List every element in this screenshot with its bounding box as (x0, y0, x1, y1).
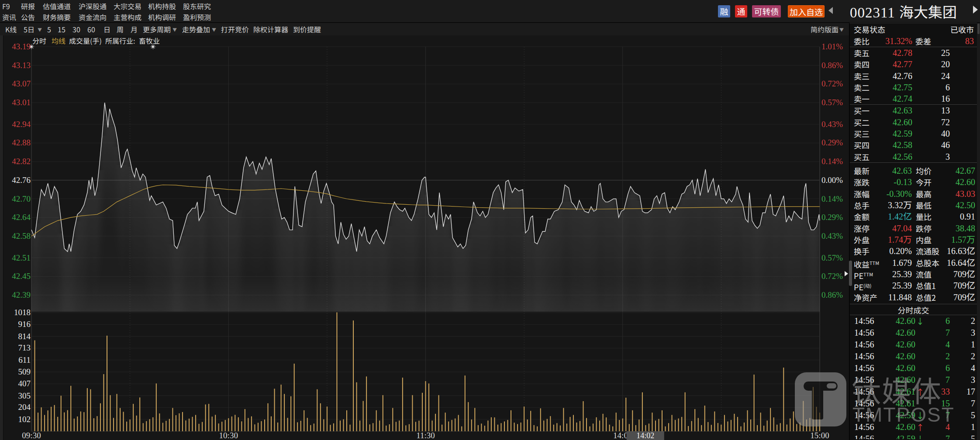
panel-splitter-handle[interactable] (849, 261, 852, 286)
trade-row[interactable]: 14:56 42.59 ↓ 7 5 (850, 409, 977, 421)
book-price: 42.56 (875, 151, 912, 162)
legend-volume[interactable]: 成交量(手) (69, 35, 102, 46)
trade-price: 42.60 (889, 327, 915, 339)
intraday-chart[interactable]: 43.191.01%43.130.86%43.070.72%43.010.57%… (0, 23, 849, 440)
next-stock-icon[interactable] (973, 6, 978, 14)
buy-row-5[interactable]: 买五 42.56 3 (850, 151, 977, 162)
prev-stock-icon[interactable] (828, 7, 833, 14)
book-price: 42.77 (875, 58, 912, 70)
percent-axis-label: 0.86% (821, 290, 843, 299)
buy-row-2[interactable]: 买二 42.60 72 (850, 117, 977, 128)
legend-fenshi[interactable]: 分时 (32, 35, 46, 46)
menu-item-2-6[interactable]: 盈利预测 (183, 12, 211, 22)
panel-scrollbar[interactable] (977, 23, 980, 440)
menu-item-2[interactable]: 沪深股通 (79, 1, 107, 11)
convertible-bond-badge[interactable]: 可转债 (752, 5, 781, 17)
menu-item-2-5[interactable]: 机构调研 (148, 12, 176, 22)
price-axis-label: 42.39 (12, 290, 31, 299)
trade-time: 14:56 (854, 339, 874, 351)
trade-count: 1 (944, 339, 975, 351)
book-level-label: 卖二 (854, 82, 870, 93)
scrollbar-thumb[interactable] (977, 24, 980, 34)
panel-expand-icon[interactable] (845, 271, 848, 276)
buy-row-1[interactable]: 买一 42.63 13 (850, 105, 977, 116)
percent-axis-label: 0.29% (821, 138, 843, 147)
menu-item-2-0[interactable]: 资讯 (2, 12, 16, 22)
sell-row-1[interactable]: 卖五 42.78 25 (850, 47, 977, 58)
legend-junxian[interactable]: 均线 (52, 35, 66, 46)
menu-item-2-2[interactable]: 财务摘要 (43, 12, 71, 22)
sell-row-4[interactable]: 卖二 42.75 6 (850, 82, 977, 93)
trade-time: 14:56 (854, 327, 874, 339)
stat-label: PE(动) (854, 280, 871, 292)
trade-row[interactable]: 14:56 42.60 2 2 (850, 351, 977, 362)
book-level-label: 买五 (854, 151, 870, 162)
price-axis-label: 42.88 (12, 138, 31, 147)
trade-count: 2 (944, 351, 975, 362)
stat-label: 跌停 (916, 223, 932, 234)
menu-item-f9[interactable]: F9 (2, 1, 10, 11)
trade-row[interactable]: 14:56 42.60 7 3 (850, 374, 977, 386)
trade-row[interactable]: 14:56 42.59 ↓ 7 5 (850, 433, 977, 439)
menu-item-4[interactable]: 机构持股 (148, 1, 176, 11)
book-volume: 24 (915, 70, 950, 82)
left-splitter-strip[interactable] (0, 35, 3, 440)
trade-price: 42.60 (889, 315, 915, 327)
book-volume: 13 (915, 105, 950, 116)
stat-label: 最低 (916, 199, 932, 211)
menu-item-5[interactable]: 股东研究 (183, 1, 211, 11)
price-axis-label: 42.94 (12, 120, 31, 129)
trade-row[interactable]: 14:56 42.60 ↑ 4 1 (850, 421, 977, 433)
stat-row: 涨幅 -0.30% 最高 43.03 (850, 188, 977, 199)
trade-count: 5 (944, 433, 975, 439)
sell-row-2[interactable]: 卖四 42.77 20 (850, 58, 977, 70)
menu-item-2-4[interactable]: 主营构成 (114, 12, 141, 22)
connect-badge[interactable]: 通 (735, 5, 747, 17)
trade-row[interactable]: 14:56 42.60 ↓ 6 2 (850, 315, 977, 327)
weibi-value: 31.32% (875, 35, 912, 47)
trade-time: 14:56 (854, 374, 874, 386)
menu-item-2-1[interactable]: 公告 (21, 12, 35, 22)
trade-price: 42.60 (889, 374, 915, 386)
menu-row-1: F9 研报 估值通道 沪深股通 大宗交易 机构持股 股东研究 (0, 1, 393, 11)
volume-axis-label: 102 (18, 415, 31, 424)
stat-value: 42.67 (935, 165, 975, 176)
percent-axis-label: 0.72% (821, 272, 843, 281)
buy-row-4[interactable]: 买四 42.58 46 (850, 139, 977, 151)
buy-row-3[interactable]: 买三 42.59 40 (850, 128, 977, 139)
sell-row-5[interactable]: 卖一 42.74 16 (850, 93, 977, 104)
trade-row[interactable]: 14:56 42.60 4 1 (850, 339, 977, 351)
trade-row[interactable]: 14:56 42.61 ↑ 33 17 (850, 386, 977, 398)
trade-price: 42.59 (889, 409, 915, 421)
menu-item-1[interactable]: 估值通道 (43, 1, 71, 11)
trade-row[interactable]: 14:56 42.61 15 7 (850, 398, 977, 409)
stat-value: 16.64亿 (935, 257, 975, 268)
trade-time: 14:56 (854, 386, 874, 398)
stat-row: 金额 1.42亿 量比 0.91 (850, 211, 977, 222)
stock-title: 002311 海大集团 (850, 2, 956, 21)
trade-count: 5 (944, 409, 975, 421)
trading-status-row: 交易状态 已收市 (850, 23, 977, 35)
percent-axis-label: 0.57% (821, 98, 843, 107)
add-watchlist-button[interactable]: 加入自选 (788, 5, 825, 17)
volume-axis-label: 204 (18, 402, 31, 412)
top-bar: F9 研报 估值通道 沪深股通 大宗交易 机构持股 股东研究 资讯 公告 财务摘… (0, 0, 980, 23)
stat-value: 3.32万 (872, 199, 912, 211)
menu-item-3[interactable]: 大宗交易 (114, 1, 141, 11)
percent-axis-label: 0.86% (821, 61, 843, 70)
sell-row-3[interactable]: 卖三 42.76 24 (850, 70, 977, 82)
chart-legend: 分时 均线 成交量(手) 所属行业: 畜牧业 (0, 35, 437, 46)
trade-row[interactable]: 14:56 42.60 7 3 (850, 327, 977, 339)
stat-value: 1.57万 (935, 234, 975, 245)
margin-badge[interactable]: 融 (718, 5, 730, 17)
stat-label-sup: (动) (863, 282, 871, 289)
trade-row[interactable]: 14:56 42.60 6 4 (850, 362, 977, 374)
menu-item-0[interactable]: 研报 (21, 1, 35, 11)
menu-item-2-3[interactable]: 资金流向 (79, 12, 107, 22)
trade-time: 14:56 (854, 362, 874, 374)
trade-price: 42.61 (889, 386, 915, 398)
stat-value: 43.03 (935, 188, 975, 199)
stat-value: -0.13 (872, 176, 912, 188)
price-axis-label: 42.76 (12, 175, 31, 185)
legend-industry-value[interactable]: 畜牧业 (139, 35, 160, 46)
